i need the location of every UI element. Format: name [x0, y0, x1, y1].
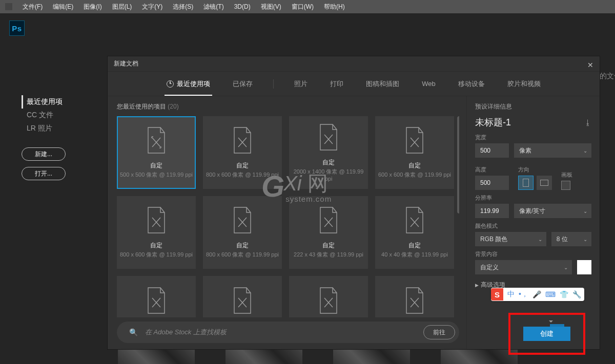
menu-3d[interactable]: 3D(D) — [230, 2, 255, 11]
card-title: 自定 — [236, 161, 249, 170]
document-icon — [145, 206, 168, 234]
template-card[interactable]: 自定 40 x 40 像素 @ 119.99 ppi — [375, 196, 454, 269]
resolution-input[interactable] — [475, 204, 509, 218]
card-title: 自定 — [150, 241, 162, 250]
sidebar-item-recent[interactable]: 最近使用项 — [22, 95, 98, 109]
card-title: 自定 — [408, 241, 421, 250]
menu-select[interactable]: 选择(S) — [169, 2, 197, 12]
bg-content-select[interactable]: 自定义 ⌄ — [475, 260, 572, 274]
template-card[interactable]: 自定 222 x 43 像素 @ 119.99 ppi — [289, 196, 368, 269]
ime-logo-icon[interactable]: S — [491, 288, 503, 301]
menu-layer[interactable]: 图层(L) — [108, 2, 136, 12]
card-title: 自定 — [322, 158, 335, 167]
close-icon[interactable]: ✕ — [587, 61, 593, 67]
template-card[interactable]: 自定 800 x 600 像素 @ 119.99 ppi — [117, 196, 196, 269]
preset-detail-panel: 预设详细信息 未标题-1 ⭳ 宽度 像素 ⌄ 高度 — [466, 96, 600, 349]
menu-image[interactable]: 图像(I) — [79, 2, 106, 12]
ime-punct-icon[interactable]: •， — [519, 290, 528, 299]
bit-depth-select[interactable]: 8 位 ⌄ — [551, 232, 591, 246]
template-card[interactable]: 自定 2000 x 1400 像素 @ 119.99 ppi — [289, 116, 368, 189]
bg-truncated-text: 的文件 — [600, 72, 615, 81]
chevron-down-icon: ⌄ — [564, 265, 568, 270]
document-icon — [403, 126, 426, 154]
tab-label: 最近使用项 — [177, 79, 210, 89]
color-mode-select[interactable]: RGB 颜色 ⌄ — [475, 232, 546, 246]
artboard-checkbox[interactable] — [561, 181, 570, 190]
menu-window[interactable]: 窗口(W) — [288, 2, 318, 12]
bg-color-swatch[interactable] — [577, 260, 591, 274]
tab-separator — [273, 79, 274, 89]
create-button[interactable]: 创建 — [523, 327, 570, 341]
tab-photo[interactable]: 照片 — [292, 72, 310, 96]
template-card[interactable] — [289, 276, 368, 317]
template-card[interactable]: 自定 600 x 600 像素 @ 119.99 ppi — [375, 116, 454, 189]
menu-type[interactable]: 文字(Y) — [138, 2, 167, 12]
menu-view[interactable]: 视图(V) — [257, 2, 285, 12]
select-value: RGB 颜色 — [480, 235, 507, 244]
width-unit-select[interactable]: 像素 ⌄ — [514, 143, 591, 158]
open-button[interactable]: 打开... — [22, 167, 66, 180]
new-button[interactable]: 新建... — [22, 147, 66, 161]
tab-mobile[interactable]: 移动设备 — [456, 72, 487, 96]
menu-help[interactable]: 帮助(H) — [320, 2, 349, 12]
chevron-down-icon: ⌄ — [538, 237, 542, 242]
dialog-title: 新建文档 — [114, 59, 138, 68]
document-name[interactable]: 未标题-1 — [475, 116, 511, 129]
bg-thumb — [333, 350, 410, 364]
menu-edit[interactable]: 编辑(E) — [49, 2, 77, 12]
template-card[interactable] — [117, 276, 196, 317]
home-sidebar: 最近使用项 CC 文件 LR 照片 新建... 打开... — [22, 95, 98, 180]
orient-landscape-button[interactable] — [537, 176, 552, 190]
ime-lang-icon[interactable]: 中 — [507, 290, 515, 299]
document-icon — [231, 126, 254, 154]
width-input[interactable] — [475, 143, 509, 158]
height-input[interactable] — [475, 176, 509, 190]
orient-portrait-button[interactable] — [518, 176, 534, 190]
save-preset-icon[interactable]: ⭳ — [584, 118, 591, 126]
chevron-down-icon: ⌄ — [583, 208, 587, 214]
clock-icon — [167, 80, 174, 88]
stock-search-bar[interactable]: 🔍 在 Adobe Stock 上查找模板 前往 — [117, 322, 459, 343]
ime-tool-icon[interactable]: 🔧 — [572, 290, 581, 298]
height-label: 高度 — [475, 166, 509, 174]
ime-toolbar[interactable]: S 中 •， 🎤 ⌨ 👕 🔧 — [491, 288, 584, 301]
select-value: 像素 — [519, 146, 531, 155]
sidebar-item-lr[interactable]: LR 照片 — [22, 122, 98, 135]
menu-file[interactable]: 文件(F) — [18, 2, 47, 12]
template-card[interactable] — [375, 276, 454, 317]
tab-saved[interactable]: 已保存 — [231, 72, 255, 96]
template-panel: 您最近使用的项目 (20) 自定 500 x 500 像素 @ 119.99 p… — [108, 96, 466, 349]
card-title: 自定 — [236, 241, 249, 250]
tab-print[interactable]: 打印 — [328, 72, 345, 96]
ime-mic-icon[interactable]: 🎤 — [532, 290, 541, 298]
sidebar-item-cc[interactable]: CC 文件 — [22, 109, 98, 122]
artboard-label: 画板 — [561, 171, 572, 179]
bg-thumb — [441, 350, 518, 364]
annotation-highlight-box: 创建 — [508, 313, 585, 355]
card-meta: 800 x 600 像素 @ 119.99 ppi — [206, 251, 279, 259]
tab-web[interactable]: Web — [420, 72, 438, 96]
ime-keyboard-icon[interactable]: ⌨ — [545, 290, 556, 298]
ime-skin-icon[interactable]: 👕 — [560, 290, 568, 298]
chevron-down-icon: ⌄ — [583, 148, 587, 154]
chevron-down-icon: ⌄ — [583, 237, 587, 242]
document-icon — [145, 287, 168, 314]
template-card[interactable]: 自定 800 x 600 像素 @ 119.99 ppi — [203, 196, 282, 269]
new-document-dialog: 新建文档 ✕ 最近使用项 已保存 照片 打印 图稿和插图 Web 移动设备 胶片… — [108, 56, 600, 349]
triangle-right-icon: ▶ — [475, 283, 479, 288]
width-label: 宽度 — [475, 134, 591, 141]
search-placeholder: 在 Adobe Stock 上查找模板 — [145, 328, 423, 337]
menu-filter[interactable]: 滤镜(T) — [199, 2, 228, 12]
recent-count: (20) — [168, 103, 178, 110]
go-button[interactable]: 前往 — [423, 325, 455, 339]
template-card[interactable] — [203, 276, 282, 317]
template-card[interactable]: 自定 800 x 600 像素 @ 119.99 ppi — [203, 116, 282, 189]
tab-art[interactable]: 图稿和插图 — [364, 72, 401, 96]
scrollbar-thumb[interactable] — [457, 116, 459, 213]
tab-recent[interactable]: 最近使用项 — [165, 72, 212, 96]
tab-film[interactable]: 胶片和视频 — [505, 72, 543, 96]
template-card[interactable]: 自定 500 x 500 像素 @ 119.99 ppi — [117, 116, 196, 189]
app-header: Ps — [0, 13, 615, 43]
resolution-unit-select[interactable]: 像素/英寸 ⌄ — [514, 204, 591, 218]
card-meta: 600 x 600 像素 @ 119.99 ppi — [378, 171, 451, 179]
